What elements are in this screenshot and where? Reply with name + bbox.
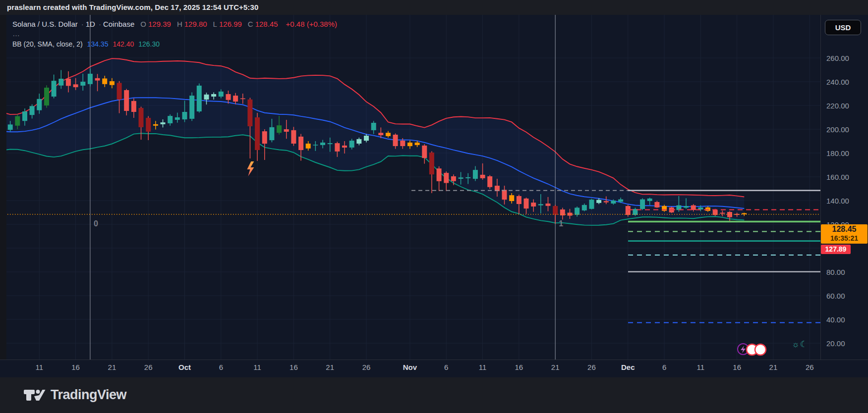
- price-axis[interactable]: USD 260.00240.00220.00200.00180.00160.00…: [820, 15, 868, 360]
- time-tick-label: Oct: [178, 363, 191, 371]
- vertical-line-label: 0: [94, 219, 98, 228]
- time-tick-label: Nov: [403, 363, 417, 371]
- secondary-price-badge: 127.89: [821, 245, 851, 254]
- currency-toggle-button[interactable]: USD: [825, 20, 861, 35]
- chart-pane[interactable]: 0 1 ☼☾ Solana / U.S. Dollar·1D·CoinbaseO…: [0, 15, 868, 360]
- time-tick-label: 16: [289, 363, 298, 371]
- us-flag-event-icon[interactable]: [755, 344, 766, 355]
- chart-legend: Solana / U.S. Dollar·1D·CoinbaseO129.39H…: [12, 20, 339, 48]
- time-tick-label: 26: [587, 363, 596, 371]
- price-tick-label: 240.00: [826, 78, 866, 86]
- interval-label[interactable]: 1D: [86, 20, 95, 28]
- price-tick-label: 60.00: [826, 292, 866, 300]
- time-tick-label: 26: [144, 363, 153, 371]
- ohlc-key: L: [213, 20, 217, 28]
- time-tick-label: 11: [479, 363, 487, 371]
- time-tick-label: 21: [326, 363, 334, 371]
- sun-icon: ☼: [792, 340, 800, 349]
- ohlc-key: O: [140, 20, 146, 28]
- time-axis[interactable]: 11162126Oct611162126Nov611162126Dec61116…: [0, 360, 868, 378]
- time-tick-label: 16: [71, 363, 80, 371]
- time-tick-label: 11: [697, 363, 705, 371]
- time-tick-label: 26: [362, 363, 371, 371]
- current-price-value: 128.45: [821, 224, 868, 234]
- ohlc-key: H: [177, 20, 182, 28]
- change-label: +0.48 (+0.38%): [286, 20, 337, 28]
- ohlc-value: 129.80: [184, 20, 207, 28]
- time-tick-label: 21: [551, 363, 560, 371]
- current-price-badge: 128.45 16:35:21: [821, 224, 868, 244]
- attribution-bar: praslearn created with TradingView.com, …: [0, 0, 868, 15]
- time-tick-label: 26: [806, 363, 814, 371]
- bb-value: 134.35: [87, 40, 109, 48]
- time-tick-label: 6: [662, 363, 666, 371]
- moon-icon: ☾: [800, 340, 807, 349]
- time-tick-label: 6: [219, 363, 223, 371]
- price-tick-label: 80.00: [826, 268, 866, 276]
- bb-value: 142.40: [113, 40, 134, 48]
- footer-bar: TradingView: [0, 377, 868, 413]
- plot-left-margin: [0, 15, 6, 360]
- tradingview-wordmark: TradingView: [51, 387, 126, 403]
- ohlc-value: 128.45: [255, 20, 278, 28]
- price-tick-label: 140.00: [826, 197, 866, 205]
- time-tick-label: 16: [515, 363, 523, 371]
- ohlc-value: 126.99: [219, 20, 242, 28]
- bb-values: 134.35142.40126.30: [83, 40, 160, 48]
- bb-value: 126.30: [138, 40, 160, 48]
- attribution-text: praslearn created with TradingView.com, …: [7, 3, 258, 11]
- price-tick-label: 160.00: [826, 173, 866, 181]
- tradingview-logo-icon: [23, 388, 46, 402]
- bar-countdown: 16:35:21: [821, 234, 868, 243]
- price-tick-label: 200.00: [826, 125, 866, 134]
- time-tick-label: 6: [444, 363, 448, 371]
- ohlc-values: O129.39H129.80L126.99C128.45: [136, 20, 280, 28]
- tradingview-logo[interactable]: TradingView: [23, 387, 126, 403]
- time-tick-label: 11: [36, 363, 44, 371]
- ohlc-value: 129.39: [148, 20, 171, 28]
- price-tick-label: 180.00: [826, 149, 866, 157]
- time-tick-label: 11: [253, 363, 261, 371]
- candlestick-plot[interactable]: 0 1 ☼☾: [0, 15, 820, 360]
- time-tick-label: 16: [733, 363, 741, 371]
- bb-indicator-label[interactable]: BB (20, SMA, close, 2): [12, 40, 83, 48]
- symbol-row[interactable]: Solana / U.S. Dollar·1D·CoinbaseO129.39H…: [12, 20, 339, 28]
- price-tick-label: 260.00: [826, 54, 866, 62]
- symbol-title[interactable]: Solana / U.S. Dollar: [12, 20, 78, 28]
- time-tick-label: Dec: [621, 363, 635, 371]
- more-indicators-button[interactable]: …: [12, 31, 339, 36]
- time-tick-label: 21: [769, 363, 778, 371]
- price-tick-label: 220.00: [826, 102, 866, 110]
- price-tick-label: 40.00: [826, 315, 866, 324]
- time-tick-label: 21: [108, 363, 116, 371]
- price-tick-label: 20.00: [826, 339, 866, 348]
- ohlc-key: C: [248, 20, 253, 28]
- exchange-label[interactable]: Coinbase: [103, 20, 134, 28]
- bb-indicator-row[interactable]: BB (20, SMA, close, 2)134.35142.40126.30: [12, 40, 339, 48]
- tradingview-snapshot: praslearn created with TradingView.com, …: [0, 0, 868, 413]
- vertical-line-label: 1: [559, 219, 563, 228]
